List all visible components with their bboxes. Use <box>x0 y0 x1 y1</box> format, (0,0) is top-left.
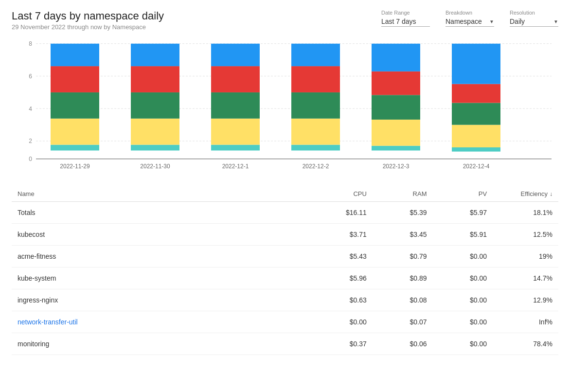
cell-ram: $0.08 <box>373 289 433 311</box>
svg-text:2022-11-30: 2022-11-30 <box>140 163 170 170</box>
cell-cpu: $5.96 <box>312 267 373 289</box>
breakdown-select[interactable]: Namespace ▼ <box>445 18 494 27</box>
cell-efficiency: 12.5% <box>493 224 558 246</box>
resolution-label: Resolution <box>510 10 558 16</box>
chart-container: 8 6 4 2 0 2022-11-29 2022-11-30 2022-12-… <box>12 38 558 175</box>
bar-chart: 8 6 4 2 0 2022-11-29 2022-11-30 2022-12-… <box>12 38 558 175</box>
svg-rect-41 <box>452 125 500 147</box>
cell-name: acme-fitness <box>12 246 312 267</box>
col-header-ram: RAM <box>373 186 433 202</box>
svg-rect-18 <box>131 92 179 119</box>
date-range-label: Date Range <box>381 10 430 16</box>
svg-text:2: 2 <box>29 138 32 145</box>
svg-rect-43 <box>452 84 500 103</box>
table-row: kubecost$3.71$3.45$5.9112.5% <box>12 224 558 246</box>
table-header-row: Name CPU RAM PV Efficiency ↓ <box>12 186 558 202</box>
cell-name: Totals <box>12 202 312 224</box>
page-subtitle: 29 November 2022 through now by Namespac… <box>12 23 164 31</box>
cell-efficiency: 19% <box>493 246 558 267</box>
cell-name: kube-system <box>12 267 312 289</box>
svg-text:2022-12-3: 2022-12-3 <box>383 163 410 170</box>
date-range-select[interactable]: Last 7 days <box>381 18 430 27</box>
svg-rect-44 <box>452 44 500 84</box>
svg-rect-20 <box>131 44 179 66</box>
resolution-control: Resolution Daily ▼ <box>510 10 558 27</box>
controls-panel: Date Range Last 7 days Breakdown Namespa… <box>381 10 558 27</box>
svg-rect-16 <box>131 145 179 151</box>
svg-text:2022-12-1: 2022-12-1 <box>222 163 249 170</box>
breakdown-label: Breakdown <box>445 10 494 16</box>
cell-name: monitoring <box>12 333 312 355</box>
table-row: Totals$16.11$5.39$5.9718.1% <box>12 202 558 224</box>
svg-rect-28 <box>291 145 340 151</box>
page-title: Last 7 days by namespace daily <box>12 10 164 22</box>
resolution-select[interactable]: Daily ▼ <box>510 18 558 27</box>
svg-rect-22 <box>211 145 260 151</box>
cell-ram: $0.06 <box>373 333 433 355</box>
cell-name[interactable]: network-transfer-util <box>12 311 312 333</box>
svg-rect-25 <box>211 66 260 92</box>
cell-pv: $0.00 <box>432 246 493 267</box>
page-header: Last 7 days by namespace daily 29 Novemb… <box>12 10 558 31</box>
resolution-arrow-icon: ▼ <box>553 19 558 24</box>
cell-efficiency: Inf% <box>493 311 558 333</box>
svg-rect-34 <box>372 146 420 151</box>
cell-ram: $0.07 <box>373 311 433 333</box>
cell-cpu: $0.00 <box>312 311 373 333</box>
table-row: acme-fitness$5.43$0.79$0.0019% <box>12 246 558 267</box>
cell-name: kubecost <box>12 224 312 246</box>
cell-pv: $0.00 <box>432 289 493 311</box>
table-row: kube-system$5.96$0.89$0.0014.7% <box>12 267 558 289</box>
svg-rect-37 <box>372 71 420 95</box>
svg-text:6: 6 <box>29 72 32 80</box>
cell-pv: $0.00 <box>432 267 493 289</box>
svg-rect-31 <box>291 66 340 92</box>
svg-text:2022-12-2: 2022-12-2 <box>303 163 329 170</box>
svg-rect-30 <box>291 92 340 119</box>
cell-pv: $0.00 <box>432 311 493 333</box>
svg-text:0: 0 <box>29 156 32 163</box>
col-header-efficiency[interactable]: Efficiency ↓ <box>493 186 558 202</box>
cell-cpu: $3.71 <box>312 224 373 246</box>
breakdown-control: Breakdown Namespace ▼ <box>445 10 494 27</box>
table-row: ingress-nginx$0.63$0.08$0.0012.9% <box>12 289 558 311</box>
svg-text:2022-12-4: 2022-12-4 <box>463 163 490 170</box>
col-header-pv: PV <box>432 186 493 202</box>
date-range-control: Date Range Last 7 days <box>381 10 430 27</box>
cell-efficiency: 14.7% <box>493 267 558 289</box>
sort-arrow-icon: ↓ <box>550 191 552 197</box>
col-header-name: Name <box>12 186 312 202</box>
cell-ram: $0.79 <box>373 246 433 267</box>
cell-pv: $5.91 <box>432 224 493 246</box>
svg-rect-13 <box>51 66 99 92</box>
data-table: Name CPU RAM PV Efficiency ↓ Totals$16.1… <box>12 186 558 355</box>
svg-text:8: 8 <box>29 40 32 48</box>
cell-cpu: $0.63 <box>312 289 373 311</box>
svg-rect-38 <box>372 44 420 71</box>
svg-rect-10 <box>51 145 99 151</box>
cell-ram: $3.45 <box>373 224 433 246</box>
cell-pv: $0.00 <box>432 333 493 355</box>
svg-rect-40 <box>452 147 500 152</box>
svg-text:2022-11-29: 2022-11-29 <box>60 163 89 170</box>
cell-efficiency: 18.1% <box>493 202 558 224</box>
svg-rect-24 <box>211 92 260 119</box>
cell-pv: $5.97 <box>432 202 493 224</box>
svg-rect-17 <box>131 119 179 145</box>
cell-cpu: $5.43 <box>312 246 373 267</box>
title-block: Last 7 days by namespace daily 29 Novemb… <box>12 10 164 31</box>
svg-rect-32 <box>291 44 340 66</box>
cell-name: ingress-nginx <box>12 289 312 311</box>
breakdown-arrow-icon: ▼ <box>489 19 494 24</box>
table-row: network-transfer-util$0.00$0.07$0.00Inf% <box>12 311 558 333</box>
svg-rect-12 <box>51 92 99 119</box>
svg-rect-19 <box>131 66 179 92</box>
svg-rect-14 <box>51 44 99 66</box>
svg-rect-26 <box>211 44 260 66</box>
cell-efficiency: 12.9% <box>493 289 558 311</box>
svg-text:4: 4 <box>29 105 32 112</box>
svg-rect-42 <box>452 103 500 125</box>
svg-rect-23 <box>211 119 260 145</box>
col-header-cpu: CPU <box>312 186 373 202</box>
svg-rect-36 <box>372 95 420 120</box>
